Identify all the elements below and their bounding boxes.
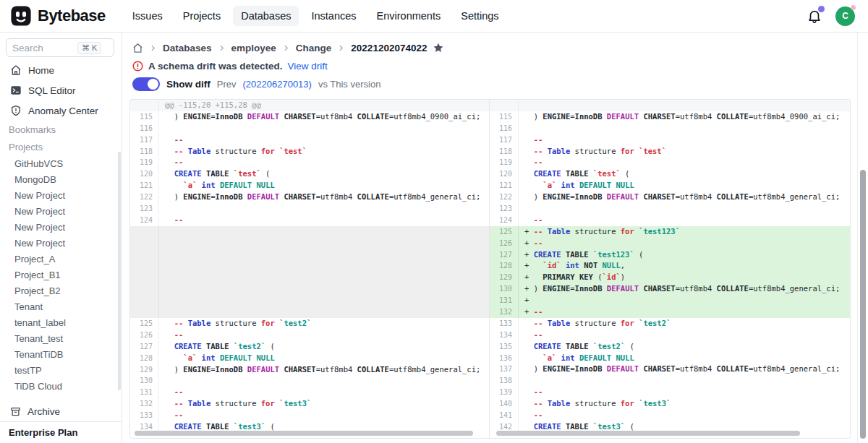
- line-number: 118: [130, 146, 159, 158]
- nav-tab-projects[interactable]: Projects: [175, 6, 229, 26]
- code-text: + CREATE TABLE `test123` (: [519, 249, 643, 261]
- h-scrollbar-right[interactable]: [496, 431, 800, 436]
- line-number: 127: [130, 341, 159, 353]
- project-item-project-b2[interactable]: Project_B2: [0, 283, 122, 298]
- line-number: 121: [130, 180, 159, 192]
- line-number: 125: [130, 318, 159, 330]
- code-text: -- Table structure for `test2`: [159, 318, 311, 330]
- home-icon[interactable]: [132, 43, 143, 53]
- search-box[interactable]: ⌘ K: [6, 38, 114, 57]
- project-item-project-a[interactable]: Project_A: [0, 251, 122, 267]
- project-item-githubvcs[interactable]: GitHubVCS: [0, 155, 122, 171]
- line-number: 126: [490, 238, 519, 249]
- diff-line: 133 --: [130, 410, 489, 421]
- sidebar-item-home[interactable]: Home: [0, 60, 122, 80]
- diff-line-added: 127+ CREATE TABLE `test123` (: [490, 249, 850, 261]
- nav-tab-settings[interactable]: Settings: [453, 6, 506, 26]
- line-number: 120: [130, 168, 159, 180]
- sidebar-scrollbar[interactable]: [118, 152, 121, 390]
- sidebar-item-anomaly-center[interactable]: Anomaly Center: [0, 100, 122, 121]
- diff-line-added: 131+: [490, 295, 850, 306]
- line-number: 134: [490, 330, 519, 341]
- breadcrumb-item-change[interactable]: Change: [296, 43, 332, 53]
- page-scrollbar-thumb[interactable]: [860, 170, 866, 439]
- section-label-projects: Projects: [0, 138, 122, 155]
- sidebar-item-sql-editor[interactable]: SQL Editor: [0, 80, 122, 100]
- code-text: ) ENGINE=InnoDB DEFAULT CHARSET=utf8mb4 …: [159, 111, 480, 123]
- sidebar-item-archive[interactable]: Archive: [0, 401, 122, 421]
- chevron-right-icon: [218, 44, 226, 52]
- breadcrumb-item-employee[interactable]: employee: [231, 43, 276, 53]
- diff-line: 125 -- Table structure for `test2`: [130, 318, 489, 330]
- code-text: --: [159, 215, 183, 226]
- nav-tab-instances[interactable]: Instances: [303, 6, 364, 26]
- line-number: 116: [490, 123, 519, 134]
- diff-hunk-header: [490, 100, 850, 111]
- diff-line: 129 ) ENGINE=InnoDB DEFAULT CHARSET=utf8…: [130, 364, 489, 376]
- breadcrumb-item-20221202074022[interactable]: 20221202074022: [351, 43, 427, 53]
- code-text: ) ENGINE=InnoDB DEFAULT CHARSET=utf8mb4 …: [519, 192, 840, 203]
- project-item-new-project[interactable]: New Project: [0, 235, 122, 251]
- code-text: CREATE TABLE `test2` (: [159, 341, 275, 353]
- project-item-tenanttidb[interactable]: TenantTiDB: [0, 346, 122, 362]
- code-text: -- Table structure for `test3`: [519, 398, 671, 410]
- line-number: 128: [130, 353, 159, 364]
- sidebar-main-nav: HomeSQL EditorAnomaly Center: [0, 60, 122, 121]
- code-text: `a` int DEFAULT NULL: [159, 353, 275, 364]
- diff-line: 132 -- Table structure for `test3`: [130, 398, 489, 410]
- code-text: `a` int DEFAULT NULL: [519, 180, 634, 192]
- diff-line-added: 125+ -- Table structure for `test123`: [490, 226, 850, 238]
- line-number: 118: [490, 146, 519, 158]
- diff-line: 122 ) ENGINE=InnoDB DEFAULT CHARSET=utf8…: [490, 192, 850, 203]
- line-number: 115: [130, 111, 159, 123]
- bookmark-star-icon[interactable]: [433, 42, 444, 53]
- project-item-tidb-cloud[interactable]: TiDB Cloud: [0, 378, 122, 394]
- project-item-new-project[interactable]: New Project: [0, 203, 122, 219]
- code-text: [519, 123, 534, 134]
- breadcrumb-item-databases[interactable]: Databases: [163, 43, 212, 53]
- code-text: CREATE TABLE `test` (: [159, 168, 270, 180]
- project-item-tenant[interactable]: Tenant: [0, 298, 122, 314]
- search-input[interactable]: [12, 43, 75, 53]
- nav-tab-databases[interactable]: Databases: [233, 6, 299, 26]
- nav-tab-environments[interactable]: Environments: [369, 6, 449, 26]
- archive-label: Archive: [27, 406, 60, 417]
- code-text: --: [519, 330, 542, 341]
- code-text: + ) ENGINE=InnoDB DEFAULT CHARSET=utf8mb…: [519, 283, 840, 295]
- project-item-tenant-test[interactable]: Tenant_test: [0, 330, 122, 346]
- code-text: --: [519, 134, 542, 146]
- diff-line: 123: [490, 203, 850, 215]
- anomaly-shield-icon: [10, 105, 22, 116]
- nav-tabs: IssuesProjectsDatabasesInstancesEnvironm…: [124, 6, 507, 26]
- project-item-mongodb[interactable]: MongoDB: [0, 171, 122, 187]
- notification-dot: [818, 6, 825, 12]
- line-number: 127: [490, 249, 519, 261]
- code-text: -- Table structure for `test3`: [159, 398, 311, 410]
- project-item-new-project[interactable]: New Project: [0, 219, 122, 235]
- diff-line: 138: [490, 375, 850, 387]
- brand[interactable]: Bytebase: [10, 5, 106, 27]
- project-item-tenant-label[interactable]: tenant_label: [0, 314, 122, 330]
- diff-line: 116: [490, 123, 850, 134]
- sidebar-item-label: SQL Editor: [28, 85, 76, 96]
- project-item-testtp[interactable]: testTP: [0, 362, 122, 378]
- line-number: 129: [490, 272, 519, 283]
- diff-line: 118 -- Table structure for `test`: [490, 146, 850, 158]
- code-text: --: [159, 387, 183, 398]
- line-number: 119: [490, 157, 519, 168]
- show-diff-toggle[interactable]: [132, 77, 160, 91]
- home-icon: [10, 64, 22, 76]
- line-number: 133: [490, 318, 519, 330]
- prev-version-link[interactable]: (202206270013): [242, 79, 311, 90]
- diff-line: 119 --: [130, 157, 489, 168]
- line-number: [490, 100, 519, 111]
- code-text: -- Table structure for `test`: [519, 146, 666, 158]
- project-item-project-b1[interactable]: Project_B1: [0, 267, 122, 283]
- nav-tab-issues[interactable]: Issues: [124, 6, 171, 26]
- notifications-bell-icon[interactable]: [807, 8, 822, 24]
- view-drift-link[interactable]: View drift: [288, 61, 328, 72]
- h-scrollbar-left[interactable]: [135, 431, 473, 436]
- diff-line-added: 132+ --: [490, 306, 850, 318]
- project-item-new-project[interactable]: New Project: [0, 187, 122, 203]
- diff-line: 121 `a` int DEFAULT NULL: [490, 180, 850, 192]
